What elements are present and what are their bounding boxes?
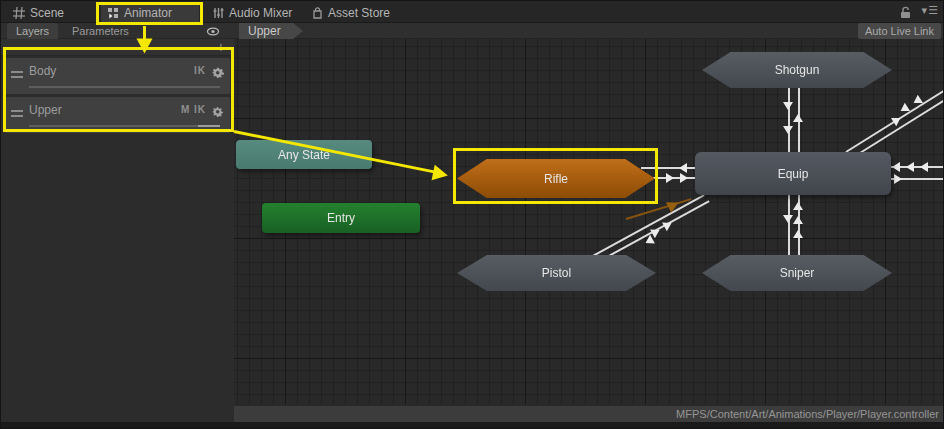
annotation-arrowhead (432, 165, 450, 184)
state-label: Shotgun (775, 63, 820, 77)
tab-scene[interactable]: Scene (7, 3, 70, 22)
breadcrumb[interactable]: Upper (239, 23, 303, 39)
transition-arrow (679, 163, 687, 173)
tab-parameters-label: Parameters (72, 25, 129, 37)
annotation-arrowhead (137, 39, 153, 54)
state-label: Pistol (542, 266, 571, 280)
default-transition-arrow (666, 197, 681, 213)
tab-layers-label: Layers (16, 25, 49, 37)
tab-scene-label: Scene (30, 6, 64, 20)
transition-arrow (892, 162, 900, 172)
transition-arrow (894, 174, 902, 184)
annotation-box-animator-tab (96, 2, 203, 25)
state-node-equip[interactable]: Equip (695, 152, 891, 195)
controller-path-statusbar: MFPS/Content/Art/Animations/Player/Playe… (234, 405, 944, 422)
annotation-box-rifle (453, 148, 658, 204)
state-label: Entry (327, 211, 355, 225)
lock-icon[interactable] (900, 5, 911, 23)
transition-arrow (793, 216, 803, 224)
transition-arrow (793, 230, 803, 238)
side-panel-tab-bar: Layers Parameters (1, 23, 234, 39)
tab-layers[interactable]: Layers (7, 23, 58, 39)
scene-grid-icon (13, 7, 25, 19)
state-node-sniper[interactable]: Sniper (702, 255, 892, 291)
state-node-entry[interactable]: Entry (262, 203, 420, 233)
transition-arrow (783, 215, 793, 223)
tab-parameters[interactable]: Parameters (63, 23, 138, 39)
transition-line[interactable] (851, 95, 944, 159)
graph-toolbar: Upper Auto Live Link (234, 23, 944, 39)
auto-live-link-button[interactable]: Auto Live Link (858, 23, 941, 39)
annotation-box-layers (3, 47, 234, 132)
state-node-shotgun[interactable]: Shotgun (702, 52, 892, 88)
animator-graph-canvas[interactable]: Shotgun Equip Rifle Pistol Sniper Any St… (234, 23, 944, 422)
audio-mixer-icon (213, 7, 224, 19)
state-node-pistol[interactable]: Pistol (457, 255, 656, 291)
transition-arrow (793, 202, 803, 210)
asset-store-icon (312, 7, 323, 19)
menu-icon[interactable]: ▾☰ (922, 4, 939, 17)
tab-audio-mixer[interactable]: Audio Mixer (207, 3, 298, 22)
state-label: Equip (778, 167, 809, 181)
transition-arrow (793, 114, 803, 122)
transition-arrow (783, 102, 793, 110)
unity-animator-window: Scene Animator Audio Mixer Asset Store ▾… (0, 0, 944, 429)
tab-asset-store-label: Asset Store (328, 6, 390, 20)
transition-line[interactable] (788, 195, 790, 255)
tab-audio-mixer-label: Audio Mixer (229, 6, 292, 20)
transition-arrow (783, 126, 793, 134)
transition-arrow (906, 162, 914, 172)
window-bottom-strip (1, 422, 944, 429)
state-label: Sniper (780, 266, 815, 280)
transition-arrow (680, 173, 688, 183)
tab-asset-store[interactable]: Asset Store (306, 3, 396, 22)
transition-arrow (920, 162, 928, 172)
transition-line[interactable] (788, 88, 790, 152)
transition-arrow (666, 173, 674, 183)
